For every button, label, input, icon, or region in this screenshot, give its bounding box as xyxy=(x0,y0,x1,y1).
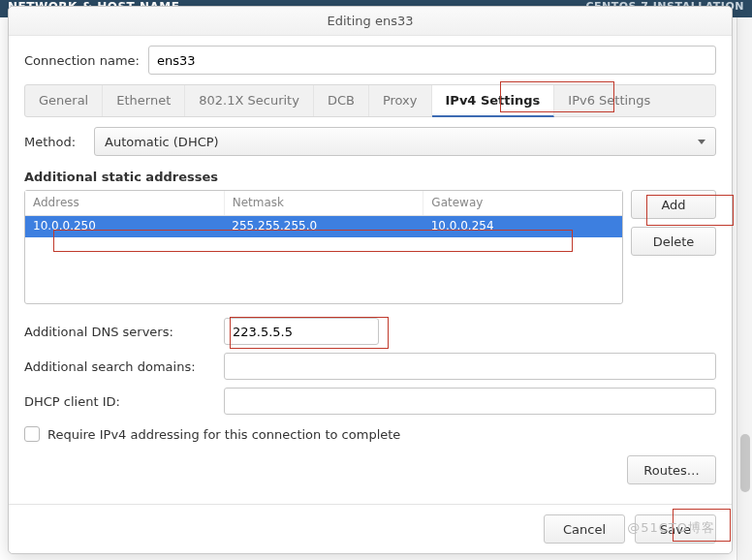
addresses-cell-netmask[interactable]: 255.255.255.0 xyxy=(224,216,423,237)
addresses-cell-gateway[interactable]: 10.0.0.254 xyxy=(423,216,622,237)
tab-8021x[interactable]: 802.1X Security xyxy=(185,85,314,116)
dhcp-client-id-input[interactable] xyxy=(224,388,716,415)
dialog-title: Editing ens33 xyxy=(9,7,732,36)
method-row: Method: Automatic (DHCP) xyxy=(24,127,716,156)
tab-general[interactable]: General xyxy=(25,85,103,116)
tab-dcb[interactable]: DCB xyxy=(314,85,369,116)
tab-ipv4[interactable]: IPv4 Settings xyxy=(432,85,555,117)
addresses-col-gateway[interactable]: Gateway xyxy=(423,191,622,215)
addresses-grid: Address Netmask Gateway 10.0.0.250 255.2… xyxy=(24,190,623,304)
dialog-window: Editing ens33 Connection name: General E… xyxy=(8,6,733,554)
routes-button[interactable]: Routes… xyxy=(627,455,716,484)
require-ipv4-checkbox[interactable] xyxy=(24,426,40,442)
method-label: Method: xyxy=(24,135,94,149)
method-select[interactable]: Automatic (DHCP) xyxy=(94,127,716,156)
dialog-footer: Cancel Save xyxy=(9,504,732,553)
cancel-button[interactable]: Cancel xyxy=(544,514,625,544)
addresses-col-netmask[interactable]: Netmask xyxy=(225,191,424,215)
addresses-cell-address[interactable]: 10.0.0.250 xyxy=(25,216,224,237)
tab-bar: General Ethernet 802.1X Security DCB Pro… xyxy=(24,84,716,117)
scrollbar-track[interactable] xyxy=(736,17,752,560)
dns-label: Additional DNS servers: xyxy=(24,325,218,339)
addresses-section-label: Additional static addresses xyxy=(24,170,716,184)
addresses-row[interactable]: 10.0.0.250 255.255.255.0 10.0.0.254 xyxy=(25,216,622,237)
search-domains-label: Additional search domains: xyxy=(24,359,218,374)
require-ipv4-label: Require IPv4 addressing for this connect… xyxy=(47,427,400,442)
delete-button[interactable]: Delete xyxy=(631,227,716,256)
tab-proxy[interactable]: Proxy xyxy=(369,85,432,116)
watermark: @51CTO博客 xyxy=(627,519,715,537)
search-domains-input[interactable] xyxy=(224,353,716,380)
connection-name-input[interactable] xyxy=(148,46,716,75)
add-button[interactable]: Add xyxy=(631,190,716,219)
scrollbar-thumb[interactable] xyxy=(740,434,750,492)
tab-ethernet[interactable]: Ethernet xyxy=(103,85,185,116)
dns-input[interactable] xyxy=(224,318,379,345)
connection-name-row: Connection name: xyxy=(24,46,716,75)
require-ipv4-row: Require IPv4 addressing for this connect… xyxy=(24,426,716,442)
method-value: Automatic (DHCP) xyxy=(105,135,219,149)
connection-name-label: Connection name: xyxy=(24,53,148,68)
chevron-down-icon xyxy=(698,140,705,144)
addresses-col-address[interactable]: Address xyxy=(25,191,225,215)
dhcp-client-id-label: DHCP client ID: xyxy=(24,394,218,409)
tab-ipv6[interactable]: IPv6 Settings xyxy=(554,85,664,116)
